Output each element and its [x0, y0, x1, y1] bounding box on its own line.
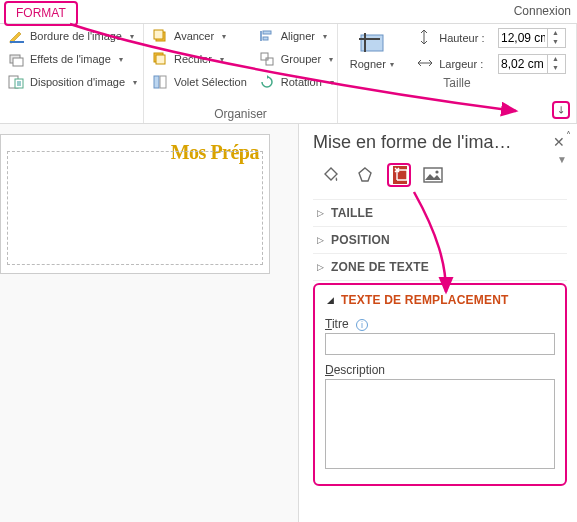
crop-button[interactable]: Rogner ▾ — [346, 32, 398, 70]
spin-down-icon[interactable]: ▼ — [548, 64, 563, 73]
send-backward-button[interactable]: Reculer ▾ — [152, 51, 247, 67]
effects-icon — [8, 51, 24, 67]
effects-category-icon[interactable] — [353, 163, 377, 187]
group-label-text: Grouper — [281, 53, 321, 65]
signin-link[interactable]: Connexion — [514, 4, 571, 18]
section-position-label: POSITION — [331, 233, 390, 247]
align-button[interactable]: Aligner ▾ — [259, 28, 334, 44]
bring-forward-label: Avancer — [174, 30, 214, 42]
picture-border-label: Bordure de l'image — [30, 30, 122, 42]
svg-rect-5 — [17, 81, 21, 86]
layout-icon — [8, 74, 24, 90]
spin-down-icon[interactable]: ▼ — [548, 38, 563, 47]
send-backward-label: Reculer — [174, 53, 212, 65]
rotate-label: Rotation — [281, 76, 322, 88]
svg-rect-14 — [263, 37, 268, 40]
picture-effects-label: Effets de l'image — [30, 53, 111, 65]
group-button[interactable]: Grouper ▾ — [259, 51, 334, 67]
svg-rect-11 — [160, 76, 166, 88]
fill-category-icon[interactable] — [319, 163, 343, 187]
height-input[interactable] — [499, 29, 547, 47]
send-backward-icon — [152, 51, 168, 67]
height-spinner[interactable]: ▲▼ — [498, 28, 566, 48]
format-pane: Mise en forme de l'ima… ✕ ▼ ▷ TAILLE — [299, 124, 577, 522]
picture-effects-button[interactable]: Effets de l'image ▾ — [8, 51, 135, 67]
chevron-down-icon: ▾ — [323, 32, 327, 41]
chevron-right-icon: ▷ — [315, 235, 325, 245]
svg-rect-13 — [263, 31, 271, 34]
width-label: Largeur : — [439, 58, 492, 70]
svg-rect-9 — [156, 55, 165, 64]
height-icon — [417, 29, 433, 48]
section-zone-label: ZONE DE TEXTE — [331, 260, 429, 274]
picture-category-icon[interactable] — [421, 163, 445, 187]
chevron-down-icon: ▾ — [222, 32, 226, 41]
picture-layout-label: Disposition d'image — [30, 76, 125, 88]
svg-rect-16 — [266, 58, 273, 65]
chevron-down-icon: ▾ — [130, 32, 134, 41]
group-label — [8, 105, 135, 121]
slide-canvas[interactable]: Mos Prépa — [0, 124, 299, 522]
svg-rect-15 — [261, 53, 268, 60]
rotate-icon — [259, 74, 275, 90]
size-dialog-launcher[interactable]: ↘ — [552, 101, 570, 119]
section-alt-text[interactable]: ◢ TEXTE DE REMPLACEMENT — [325, 293, 555, 313]
selection-pane-label: Volet Sélection — [174, 76, 247, 88]
width-icon — [417, 56, 433, 73]
alt-desc-textarea[interactable] — [325, 379, 555, 469]
group-icon — [259, 51, 275, 67]
alt-desc-label: Description — [325, 363, 555, 377]
size-category-icon[interactable] — [387, 163, 411, 187]
close-icon[interactable]: ✕ — [553, 134, 565, 150]
chevron-down-icon: ▾ — [329, 55, 333, 64]
chevron-down-icon: ◢ — [325, 295, 335, 305]
alt-title-input[interactable] — [325, 333, 555, 355]
section-taille[interactable]: ▷ TAILLE — [313, 200, 567, 226]
content-placeholder[interactable] — [7, 151, 263, 265]
group-label-organiser: Organiser — [152, 105, 329, 121]
svg-marker-18 — [359, 168, 371, 181]
pencil-icon — [8, 28, 24, 44]
chevron-down-icon: ▾ — [133, 78, 137, 87]
chevron-right-icon: ▷ — [315, 208, 325, 218]
section-taille-label: TAILLE — [331, 206, 373, 220]
picture-layout-button[interactable]: Disposition d'image ▾ — [8, 74, 135, 90]
chevron-down-icon: ▾ — [119, 55, 123, 64]
svg-rect-7 — [154, 30, 163, 39]
chevron-down-icon: ▾ — [390, 60, 394, 69]
height-label: Hauteur : — [439, 32, 492, 44]
svg-point-21 — [435, 170, 438, 173]
ribbon-tab-format[interactable]: FORMAT — [4, 1, 78, 26]
selection-pane-icon — [152, 74, 168, 90]
crop-label: Rogner — [350, 58, 386, 70]
section-zone-texte[interactable]: ▷ ZONE DE TEXTE — [313, 254, 567, 280]
chevron-down-icon: ▾ — [220, 55, 224, 64]
spin-up-icon[interactable]: ▲ — [548, 29, 563, 38]
slide-thumbnail[interactable]: Mos Prépa — [0, 134, 270, 274]
bring-forward-button[interactable]: Avancer ▾ — [152, 28, 247, 44]
chevron-down-icon: ▾ — [330, 78, 334, 87]
align-icon — [259, 28, 275, 44]
crop-icon — [356, 32, 388, 56]
spin-up-icon[interactable]: ▲ — [548, 55, 563, 64]
width-spinner[interactable]: ▲▼ — [498, 54, 566, 74]
section-position[interactable]: ▷ POSITION — [313, 227, 567, 253]
alt-title-label: TTitreitre i — [325, 317, 555, 331]
chevron-right-icon: ▷ — [315, 262, 325, 272]
svg-rect-2 — [13, 58, 23, 66]
pane-menu-icon[interactable]: ▼ — [557, 154, 567, 165]
section-alt-label: TEXTE DE REMPLACEMENT — [341, 293, 509, 307]
rotate-button[interactable]: Rotation ▾ — [259, 74, 334, 90]
group-label-taille: Taille — [346, 74, 568, 90]
info-icon[interactable]: i — [356, 319, 368, 331]
selection-pane-button[interactable]: Volet Sélection — [152, 74, 247, 90]
bring-forward-icon — [152, 28, 168, 44]
launcher-arrow-icon: ↘ — [555, 103, 568, 116]
svg-rect-0 — [10, 41, 24, 43]
width-input[interactable] — [499, 55, 547, 73]
pane-title: Mise en forme de l'ima… — [313, 132, 567, 153]
picture-border-button[interactable]: Bordure de l'image ▾ — [8, 28, 135, 44]
align-label: Aligner — [281, 30, 315, 42]
svg-rect-10 — [154, 76, 159, 88]
